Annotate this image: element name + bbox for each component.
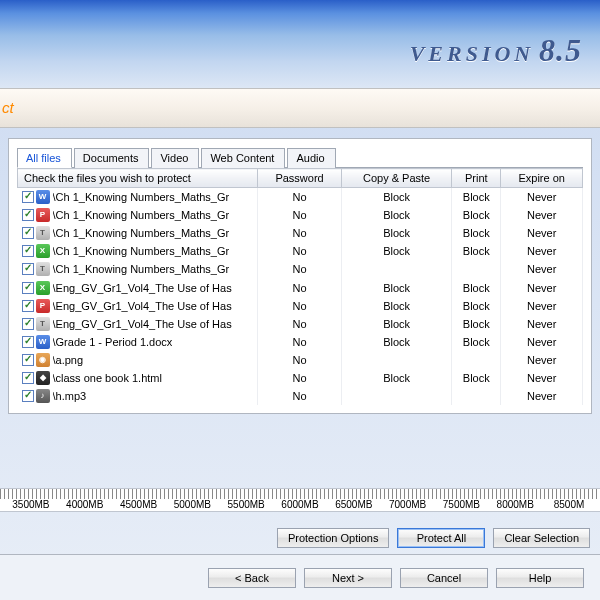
table-row[interactable]: P\Ch 1_Knowing Numbers_Maths_Gr 1...NoBl… (18, 206, 583, 224)
cell-print (452, 387, 501, 405)
table-row[interactable]: X\Ch 1_Knowing Numbers_Maths_Gr 1...NoBl… (18, 242, 583, 260)
file-checkbox[interactable] (22, 263, 34, 275)
file-checkbox[interactable] (22, 209, 34, 221)
cell-print: Block (452, 188, 501, 207)
back-button[interactable]: < Back (208, 568, 296, 588)
cell-password: No (258, 242, 342, 260)
file-checkbox[interactable] (22, 191, 34, 203)
tab-documents[interactable]: Documents (74, 148, 150, 168)
tab-all-files[interactable]: All files (17, 148, 72, 168)
cell-copy: Block (342, 224, 452, 242)
col-copy[interactable]: Copy & Paste (342, 169, 452, 188)
table-row[interactable]: ♪\h.mp3NoNever (18, 387, 583, 405)
col-file[interactable]: Check the files you wish to protect (18, 169, 258, 188)
cell-password: No (258, 369, 342, 387)
file-cell[interactable]: W\Ch 1_Knowing Numbers_Maths_Gr 1... (18, 188, 258, 207)
file-type-icon: ◆ (36, 371, 50, 385)
cell-password: No (258, 333, 342, 351)
cell-expire: Never (501, 260, 583, 278)
file-name: \a.png (53, 354, 84, 366)
file-checkbox[interactable] (22, 390, 34, 402)
action-button-row: Protection Options Protect All Clear Sel… (0, 528, 600, 548)
cell-expire: Never (501, 188, 583, 207)
version-number: 8.5 (539, 32, 582, 68)
cell-expire: Never (501, 224, 583, 242)
cell-copy: Block (342, 278, 452, 296)
header: VERSION 8.5 (0, 0, 600, 88)
cell-print: Block (452, 297, 501, 315)
file-cell[interactable]: ♪\h.mp3 (18, 387, 258, 405)
file-cell[interactable]: X\Eng_GV_Gr1_Vol4_The Use of Has and... (18, 278, 258, 296)
cell-password: No (258, 315, 342, 333)
cell-print (452, 351, 501, 369)
file-cell[interactable]: W\Grade 1 - Period 1.docx (18, 333, 258, 351)
clear-selection-button[interactable]: Clear Selection (493, 528, 590, 548)
file-type-icon: ♪ (36, 389, 50, 403)
file-type-icon: W (36, 335, 50, 349)
table-row[interactable]: W\Ch 1_Knowing Numbers_Maths_Gr 1...NoBl… (18, 188, 583, 207)
file-cell[interactable]: ◉\a.png (18, 351, 258, 369)
table-row[interactable]: T\Eng_GV_Gr1_Vol4_The Use of Has and...N… (18, 315, 583, 333)
size-timeline: 3500MB4000MB4500MB5000MB5500MB6000MB6500… (0, 488, 600, 512)
cell-expire: Never (501, 369, 583, 387)
file-cell[interactable]: T\Ch 1_Knowing Numbers_Maths_Gr 1... (18, 260, 258, 278)
file-cell[interactable]: P\Eng_GV_Gr1_Vol4_The Use of Has and... (18, 297, 258, 315)
section-title: ct (0, 88, 600, 128)
table-header-row: Check the files you wish to protect Pass… (18, 169, 583, 188)
tab-audio[interactable]: Audio (287, 148, 335, 168)
cell-copy: Block (342, 188, 452, 207)
file-checkbox[interactable] (22, 336, 34, 348)
cell-copy: Block (342, 369, 452, 387)
section-title-suffix: ct (2, 99, 14, 116)
cell-copy: Block (342, 297, 452, 315)
table-row[interactable]: T\Ch 1_Knowing Numbers_Maths_Gr 1...NoNe… (18, 260, 583, 278)
timeline-tick-label: 5500MB (219, 499, 273, 510)
file-checkbox[interactable] (22, 372, 34, 384)
table-row[interactable]: X\Eng_GV_Gr1_Vol4_The Use of Has and...N… (18, 278, 583, 296)
cell-password: No (258, 351, 342, 369)
file-checkbox[interactable] (22, 282, 34, 294)
timeline-tick-label: 8000MB (488, 499, 542, 510)
table-row[interactable]: ◆\class one book 1.htmlNoBlockBlockNever (18, 369, 583, 387)
cell-password: No (258, 224, 342, 242)
file-cell[interactable]: X\Ch 1_Knowing Numbers_Maths_Gr 1... (18, 242, 258, 260)
cell-copy: Block (342, 315, 452, 333)
cell-password: No (258, 206, 342, 224)
timeline-tick-label: 3500MB (4, 499, 58, 510)
file-type-icon: T (36, 262, 50, 276)
timeline-tick-label: 7000MB (381, 499, 435, 510)
file-checkbox[interactable] (22, 354, 34, 366)
table-row[interactable]: P\Eng_GV_Gr1_Vol4_The Use of Has and...N… (18, 297, 583, 315)
file-checkbox[interactable] (22, 318, 34, 330)
cancel-button[interactable]: Cancel (400, 568, 488, 588)
file-cell[interactable]: T\Ch 1_Knowing Numbers_Maths_Gr 1... (18, 224, 258, 242)
col-password[interactable]: Password (258, 169, 342, 188)
cell-expire: Never (501, 333, 583, 351)
protect-all-button[interactable]: Protect All (397, 528, 485, 548)
next-button[interactable]: Next > (304, 568, 392, 588)
file-type-icon: P (36, 208, 50, 222)
tab-video[interactable]: Video (151, 148, 199, 168)
protection-options-button[interactable]: Protection Options (277, 528, 390, 548)
file-table: Check the files you wish to protect Pass… (17, 168, 583, 405)
file-cell[interactable]: ◆\class one book 1.html (18, 369, 258, 387)
cell-print (452, 260, 501, 278)
table-row[interactable]: W\Grade 1 - Period 1.docxNoBlockBlockNev… (18, 333, 583, 351)
help-button[interactable]: Help (496, 568, 584, 588)
file-type-icon: ◉ (36, 353, 50, 367)
cell-copy: Block (342, 333, 452, 351)
tab-web-content[interactable]: Web Content (201, 148, 285, 168)
cell-copy: Block (342, 242, 452, 260)
file-cell[interactable]: T\Eng_GV_Gr1_Vol4_The Use of Has and... (18, 315, 258, 333)
file-checkbox[interactable] (22, 245, 34, 257)
col-print[interactable]: Print (452, 169, 501, 188)
file-checkbox[interactable] (22, 300, 34, 312)
file-cell[interactable]: P\Ch 1_Knowing Numbers_Maths_Gr 1... (18, 206, 258, 224)
cell-print: Block (452, 333, 501, 351)
table-row[interactable]: ◉\a.pngNoNever (18, 351, 583, 369)
table-row[interactable]: T\Ch 1_Knowing Numbers_Maths_Gr 1...NoBl… (18, 224, 583, 242)
cell-password: No (258, 188, 342, 207)
file-checkbox[interactable] (22, 227, 34, 239)
file-name: \Ch 1_Knowing Numbers_Maths_Gr 1... (53, 191, 233, 203)
col-expire[interactable]: Expire on (501, 169, 583, 188)
